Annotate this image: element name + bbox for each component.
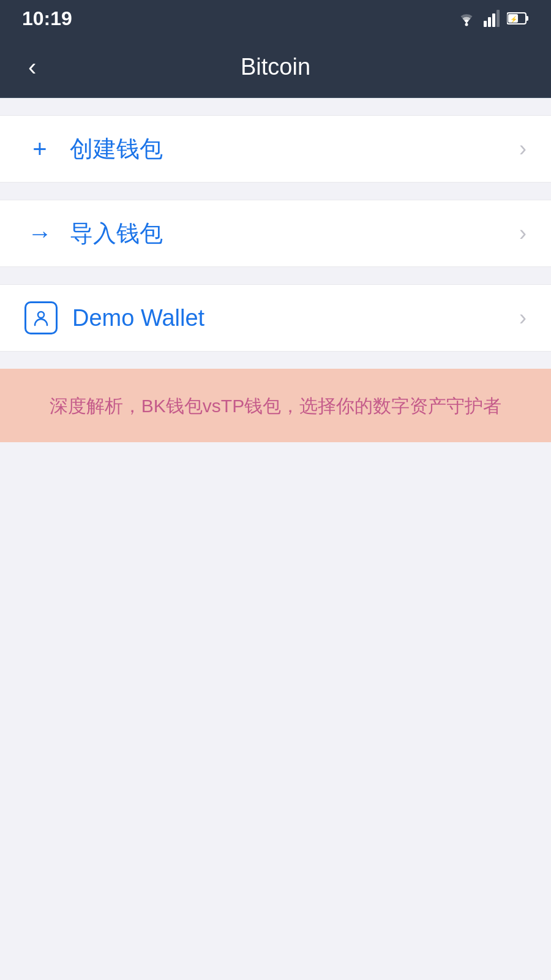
create-wallet-icon: +	[24, 135, 55, 163]
bottom-area	[0, 442, 551, 932]
status-bar: 10:19 ⚡	[0, 0, 551, 37]
status-icons: ⚡	[455, 10, 529, 27]
banner-text: 深度解析，BK钱包vsTP钱包，选择你的数字资产守护者	[50, 392, 501, 420]
demo-wallet-chevron: ›	[519, 305, 527, 331]
svg-point-9	[38, 312, 44, 318]
import-wallet-label: 导入钱包	[70, 218, 519, 249]
import-wallet-item[interactable]: → 导入钱包 ›	[0, 200, 551, 267]
create-wallet-chevron: ›	[519, 136, 527, 162]
create-wallet-label: 创建钱包	[70, 134, 519, 165]
demo-wallet-icon	[24, 301, 58, 334]
svg-rect-6	[526, 16, 528, 21]
spacer-3	[0, 267, 551, 284]
import-wallet-icon: →	[24, 220, 55, 247]
svg-rect-3	[492, 13, 495, 27]
content-area: + 创建钱包 › → 导入钱包 › Demo Wallet › 深度解析，BK钱…	[0, 98, 551, 932]
svg-rect-4	[497, 10, 500, 27]
demo-wallet-item[interactable]: Demo Wallet ›	[0, 284, 551, 352]
spacer-1	[0, 98, 551, 115]
status-time: 10:19	[22, 7, 72, 30]
svg-rect-2	[488, 17, 491, 27]
import-wallet-chevron: ›	[519, 221, 527, 246]
promo-banner[interactable]: 深度解析，BK钱包vsTP钱包，选择你的数字资产守护者	[0, 369, 551, 442]
spacer-2	[0, 183, 551, 200]
signal-icon	[484, 10, 501, 27]
wifi-icon	[455, 10, 478, 27]
nav-bar: ‹ Bitcoin	[0, 37, 551, 98]
create-wallet-item[interactable]: + 创建钱包 ›	[0, 115, 551, 183]
svg-text:⚡: ⚡	[510, 15, 518, 23]
battery-icon: ⚡	[507, 11, 529, 26]
svg-rect-1	[484, 21, 487, 27]
demo-wallet-label: Demo Wallet	[72, 305, 519, 331]
demo-wallet-svg	[30, 307, 52, 329]
page-title: Bitcoin	[241, 54, 310, 80]
back-button[interactable]: ‹	[22, 47, 42, 87]
svg-point-0	[465, 23, 468, 26]
